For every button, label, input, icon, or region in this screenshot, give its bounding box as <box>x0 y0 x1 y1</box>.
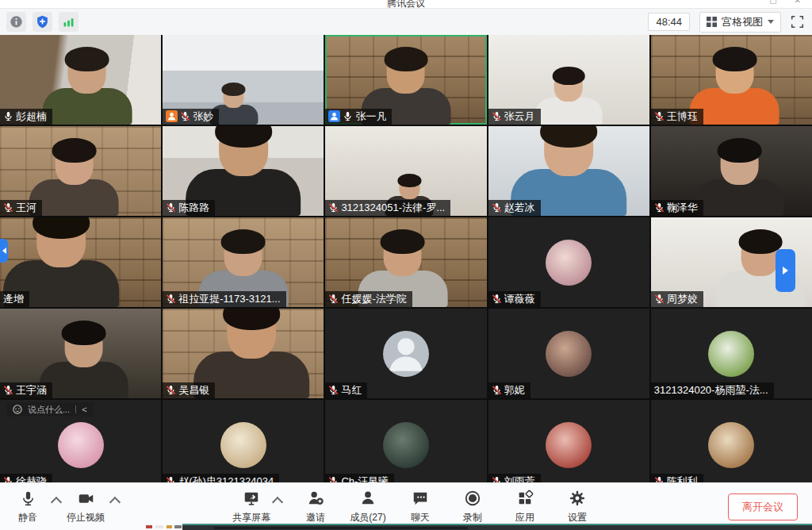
video-options-chevron[interactable] <box>109 497 121 508</box>
participant-tile[interactable]: 张一凡 <box>325 35 486 125</box>
participant-tile[interactable]: 王博珏 <box>651 35 812 125</box>
participant-name: 3121324051-法律-罗... <box>341 202 445 213</box>
participant-name: 彭超楠 <box>16 110 47 122</box>
participant-tile[interactable]: 张云月 <box>488 35 649 125</box>
meeting-header: 48:44 宫格视图 <box>0 8 812 35</box>
share-screen-button[interactable]: 共享屏幕 <box>232 489 270 524</box>
participant-tile[interactable]: 谭薇薇 <box>488 217 649 307</box>
participant-name-bar: 3121324020-杨雨堃-法... <box>651 382 774 398</box>
mic-muted-icon <box>328 202 339 213</box>
mic-muted-icon <box>492 111 502 121</box>
leave-meeting-button[interactable]: 离开会议 <box>728 494 798 520</box>
participant-tile[interactable]: 陈路路 <box>163 126 324 216</box>
members-button[interactable]: 成员(27) <box>350 489 386 524</box>
participant-tile[interactable]: 郭妮 <box>488 309 649 398</box>
view-mode-label: 宫格视图 <box>722 15 763 29</box>
participant-tile[interactable]: 刘雨萱 <box>488 400 649 490</box>
apps-icon <box>516 489 534 508</box>
participant-name: 王河 <box>16 202 36 213</box>
participant-tile[interactable]: 赵若冰 <box>488 126 649 216</box>
share-screen-icon <box>243 489 260 508</box>
mic-muted-icon <box>328 294 339 304</box>
grid-prev-page-button[interactable] <box>0 239 8 263</box>
mic-options-chevron[interactable] <box>51 497 62 508</box>
participant-name: 郭妮 <box>504 384 525 396</box>
mic-muted-icon <box>654 202 665 213</box>
participant-tile[interactable]: 马红 <box>325 309 486 398</box>
participant-video-figure <box>29 142 119 216</box>
participant-tile[interactable]: 张妙 <box>163 35 324 125</box>
participant-name-bar: 王博珏 <box>651 109 703 125</box>
participant-tile[interactable]: 逄增 <box>0 217 161 307</box>
invite-button[interactable]: 邀请 <box>297 489 334 524</box>
cohost-badge-icon <box>166 110 178 122</box>
avatar <box>383 331 429 377</box>
info-icon <box>10 15 23 29</box>
settings-button[interactable]: 设置 <box>559 489 596 524</box>
quick-chat-bar[interactable]: 说点什么... < <box>6 402 94 417</box>
participant-tile[interactable]: 陈利利 <box>651 400 812 490</box>
window-title: 腾讯会议 <box>0 0 812 8</box>
participant-name-bar: 3121324051-法律-罗... <box>325 200 450 216</box>
fullscreen-button[interactable] <box>791 15 804 29</box>
avatar <box>58 422 104 468</box>
emoji-icon[interactable] <box>13 405 22 414</box>
participant-name-bar: 彭超楠 <box>0 109 52 125</box>
participant-tile[interactable]: 王河 <box>0 126 161 216</box>
mic-muted-icon <box>180 111 190 121</box>
background-pixel-red <box>146 525 152 528</box>
participant-video-figure <box>695 142 784 216</box>
meeting-toolbar: 静音 停止视频 共享屏幕 <box>0 482 812 530</box>
participant-name: 鞠泽华 <box>667 202 698 213</box>
share-screen-label: 共享屏幕 <box>232 511 270 524</box>
divider <box>75 405 76 413</box>
right-arrow-icon <box>783 267 788 275</box>
participant-name-bar: 张一凡 <box>325 109 392 125</box>
mic-muted-icon <box>3 202 13 213</box>
avatar <box>220 422 266 468</box>
chevron-down-icon <box>768 20 774 24</box>
avatar <box>546 240 592 286</box>
settings-gear-icon <box>569 489 586 508</box>
security-button[interactable] <box>33 12 52 32</box>
participant-name: 张云月 <box>504 110 535 122</box>
participant-name: 任媛媛-法学院 <box>341 293 406 305</box>
chat-input-placeholder[interactable]: 说点什么... <box>28 404 70 416</box>
participant-name-bar: 鞠泽华 <box>651 200 703 216</box>
host-badge-icon <box>328 110 340 122</box>
participant-tile[interactable]: 3121324020-杨雨堃-法... <box>651 309 812 398</box>
share-options-chevron[interactable] <box>272 497 283 508</box>
mute-button[interactable]: 静音 <box>10 489 46 524</box>
record-button[interactable]: 录制 <box>454 489 491 524</box>
participant-tile[interactable]: 任媛媛-法学院 <box>325 217 486 307</box>
participant-name: 赵若冰 <box>504 202 535 213</box>
participant-tile[interactable]: 3121324051-法律-罗... <box>325 126 486 216</box>
participant-tile[interactable]: 祖拉亚提-1173-3121... <box>163 217 324 307</box>
signal-icon <box>62 15 75 29</box>
close-button[interactable]: ✕ <box>795 0 801 5</box>
participant-name-bar: 马红 <box>325 382 367 398</box>
participant-tile[interactable]: 鞠泽华 <box>651 126 812 216</box>
participant-name-bar: 赵若冰 <box>488 200 541 216</box>
participant-tile[interactable]: 赵(孙)忠3121324034 <box>163 400 324 490</box>
maximize-button[interactable]: ▢ <box>769 0 776 5</box>
stop-video-button[interactable]: 停止视频 <box>67 489 105 524</box>
grid-view-icon <box>707 17 717 27</box>
meeting-info-button[interactable] <box>6 12 26 32</box>
shield-icon <box>36 15 49 29</box>
grid-next-page-button[interactable] <box>776 249 795 292</box>
participant-tile[interactable]: 王宇涵 <box>0 309 161 398</box>
view-mode-selector[interactable]: 宫格视图 <box>699 12 781 33</box>
participant-name-bar: 陈路路 <box>163 200 215 216</box>
participant-tile[interactable]: 彭超楠 <box>0 35 161 125</box>
participant-tile[interactable]: Ch-汪昱曦 <box>325 400 486 490</box>
invite-icon <box>307 489 324 508</box>
mic-muted-icon <box>492 202 502 213</box>
collapse-chat-button[interactable]: < <box>82 405 86 414</box>
apps-button[interactable]: 应用 <box>507 489 543 524</box>
participant-name-bar: 周梦姣 <box>651 291 703 307</box>
network-status-button[interactable] <box>59 12 79 32</box>
chat-button[interactable]: 聊天 <box>402 489 439 524</box>
mic-icon <box>3 111 13 121</box>
participant-tile[interactable]: 吴昌银 <box>163 309 324 398</box>
